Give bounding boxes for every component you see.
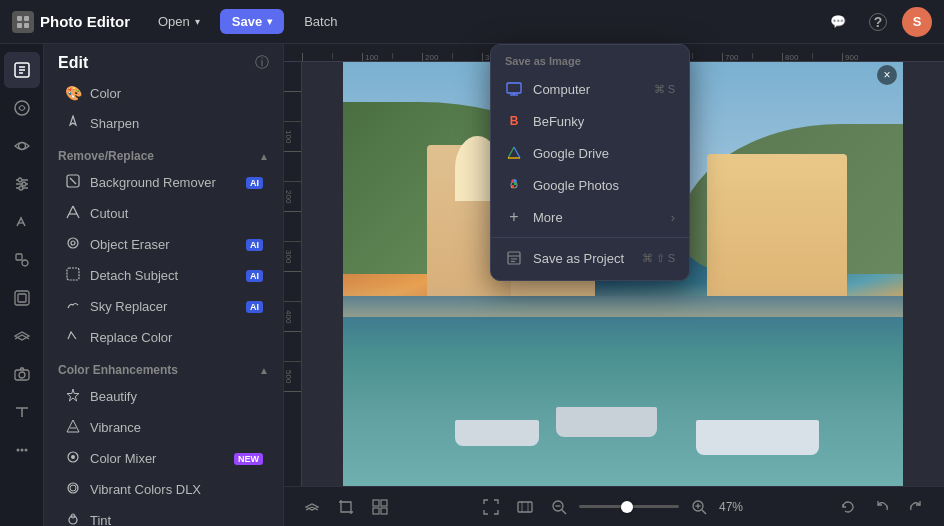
sidebar-item-cutout[interactable]: Cutout — [50, 198, 277, 229]
help-button[interactable]: ? — [862, 6, 894, 38]
zoom-in-button[interactable] — [685, 493, 713, 521]
sidebar-item-beautify[interactable]: Beautify — [50, 381, 277, 412]
svg-point-25 — [16, 449, 19, 452]
sidebar: Edit ⓘ 🎨 Color Sharpen Remove/Replace ▲ … — [44, 44, 284, 526]
rail-paint-icon[interactable] — [4, 204, 40, 240]
detach-subject-icon — [64, 267, 82, 284]
color-mixer-icon — [64, 450, 82, 467]
app-logo: Photo Editor — [12, 11, 130, 33]
section-color-label: Color Enhancements — [58, 363, 178, 377]
info-icon[interactable]: ⓘ — [255, 54, 269, 72]
svg-rect-46 — [381, 500, 387, 506]
svg-rect-63 — [508, 252, 520, 264]
layers-button[interactable] — [298, 493, 326, 521]
save-computer-item[interactable]: Computer ⌘ S — [491, 73, 689, 105]
color-mixer-label: Color Mixer — [90, 451, 226, 466]
tint-icon — [64, 512, 82, 526]
gdrive-icon — [505, 144, 523, 162]
rail-layers-icon[interactable] — [4, 318, 40, 354]
sidebar-item-replace-color[interactable]: Replace Color — [50, 322, 277, 353]
gphotos-icon — [505, 176, 523, 194]
batch-button[interactable]: Batch — [292, 9, 349, 34]
zoom-value: 47% — [719, 500, 751, 514]
save-more-item[interactable]: + More › — [491, 201, 689, 233]
save-befunky-label: BeFunky — [533, 114, 584, 129]
sidebar-item-sky-replacer[interactable]: Sky Replacer AI — [50, 291, 277, 322]
save-label: Save — [232, 14, 262, 29]
save-befunky-item[interactable]: B BeFunky — [491, 105, 689, 137]
svg-rect-45 — [373, 500, 379, 506]
redo-button[interactable] — [902, 493, 930, 521]
svg-rect-49 — [518, 502, 532, 512]
crop-button[interactable] — [332, 493, 360, 521]
svg-line-58 — [702, 510, 706, 514]
vibrance-label: Vibrance — [90, 420, 263, 435]
aspect-button[interactable] — [511, 493, 539, 521]
svg-point-13 — [18, 178, 22, 182]
sidebar-item-color[interactable]: 🎨 Color — [50, 78, 277, 108]
svg-rect-1 — [24, 16, 29, 21]
object-eraser-icon — [64, 236, 82, 253]
rail-camera-icon[interactable] — [4, 356, 40, 392]
save-gdrive-item[interactable]: Google Drive — [491, 137, 689, 169]
svg-point-35 — [71, 241, 75, 245]
sky-replacer-label: Sky Replacer — [90, 299, 238, 314]
more-icon: + — [505, 208, 523, 226]
grid-button[interactable] — [366, 493, 394, 521]
svg-point-18 — [22, 260, 28, 266]
zoom-thumb[interactable] — [621, 501, 633, 513]
sidebar-item-vibrant-colors-dlx[interactable]: Vibrant Colors DLX — [50, 474, 277, 505]
sidebar-item-bg-remover[interactable]: Background Remover AI — [50, 167, 277, 198]
canvas-close-button[interactable]: × — [877, 65, 897, 85]
section-color-header[interactable]: Color Enhancements ▲ — [44, 353, 283, 381]
bottom-right-controls — [834, 493, 930, 521]
svg-rect-48 — [381, 508, 387, 514]
rail-text-icon[interactable] — [4, 394, 40, 430]
history-button[interactable] — [834, 493, 862, 521]
sidebar-item-color-mixer[interactable]: Color Mixer NEW — [50, 443, 277, 474]
save-gphotos-item[interactable]: Google Photos — [491, 169, 689, 201]
sidebar-item-object-eraser[interactable]: Object Eraser AI — [50, 229, 277, 260]
zoom-slider[interactable] — [579, 505, 679, 508]
svg-rect-20 — [18, 294, 26, 302]
rail-effects-icon[interactable] — [4, 90, 40, 126]
rail-shapes-icon[interactable] — [4, 242, 40, 278]
detach-subject-ai-badge: AI — [246, 270, 263, 282]
save-as-project-item[interactable]: Save as Project ⌘ ⇧ S — [491, 242, 689, 274]
color-icon: 🎨 — [64, 85, 82, 101]
svg-point-8 — [15, 101, 29, 115]
message-icon: 💬 — [830, 14, 846, 29]
rail-adjust-icon[interactable] — [4, 166, 40, 202]
replace-color-icon — [64, 329, 82, 346]
save-button[interactable]: Save ▾ — [220, 9, 284, 34]
project-icon — [505, 249, 523, 267]
bottom-left-controls — [298, 493, 394, 521]
rail-view-icon[interactable] — [4, 128, 40, 164]
sidebar-item-sharpen[interactable]: Sharpen — [50, 108, 277, 139]
zoom-slider-container — [579, 505, 679, 508]
svg-point-42 — [70, 485, 76, 491]
save-as-project-label: Save as Project — [533, 251, 624, 266]
color-mixer-new-badge: NEW — [234, 453, 263, 465]
rail-edit-icon[interactable] — [4, 52, 40, 88]
sidebar-item-detach-subject[interactable]: Detach Subject AI — [50, 260, 277, 291]
sidebar-item-tint[interactable]: Tint — [50, 505, 277, 526]
vibrant-colors-dlx-label: Vibrant Colors DLX — [90, 482, 263, 497]
bg-remover-ai-badge: AI — [246, 177, 263, 189]
fit-button[interactable] — [477, 493, 505, 521]
section-remove-header[interactable]: Remove/Replace ▲ — [44, 139, 283, 167]
rail-more-icon[interactable] — [4, 432, 40, 468]
svg-line-30 — [70, 178, 76, 184]
open-button[interactable]: Open ▾ — [146, 9, 212, 34]
undo-button[interactable] — [868, 493, 896, 521]
section-color-chevron-icon: ▲ — [259, 365, 269, 376]
avatar[interactable]: S — [902, 7, 932, 37]
bottom-toolbar: 47% — [284, 486, 944, 526]
rail-frame-icon[interactable] — [4, 280, 40, 316]
open-chevron-icon: ▾ — [195, 16, 200, 27]
tint-label: Tint — [90, 513, 263, 526]
message-button[interactable]: 💬 — [822, 6, 854, 38]
sharpen-icon — [64, 115, 82, 132]
zoom-out-button[interactable] — [545, 493, 573, 521]
sidebar-item-vibrance[interactable]: Vibrance — [50, 412, 277, 443]
